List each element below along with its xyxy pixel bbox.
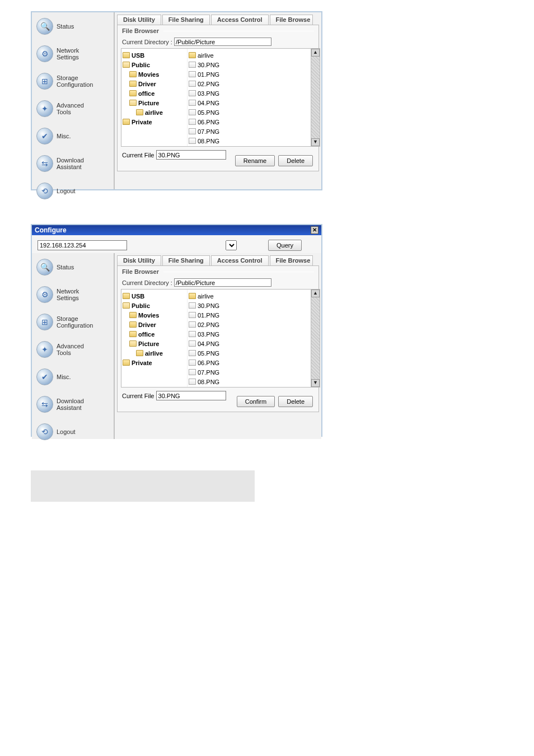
file-item[interactable]: 07.PNG <box>189 367 310 377</box>
file-item-label: 30.PNG <box>198 302 219 309</box>
file-browser: USBPublicMoviesDriverofficePictureairliv… <box>121 48 320 147</box>
sidebar-icon: ⊞ <box>36 73 53 90</box>
close-icon[interactable]: ✕ <box>311 226 318 234</box>
query-button[interactable]: Query <box>268 240 302 251</box>
sidebar-item-logout[interactable]: ⟲Logout <box>32 180 114 202</box>
tree-node[interactable]: Public <box>123 60 186 69</box>
tree-node-label: airlive <box>145 350 163 357</box>
current-file-input[interactable] <box>156 391 226 400</box>
file-item[interactable]: 07.PNG <box>189 127 310 136</box>
file-item-label: 07.PNG <box>198 128 219 135</box>
folder-icon <box>189 52 196 58</box>
sidebar-item-download-assistant[interactable]: ⇆DownloadAssistant <box>32 394 114 415</box>
sidebar-item-misc-[interactable]: ✔Misc. <box>32 125 114 147</box>
file-item[interactable]: 04.PNG <box>189 98 310 108</box>
file-item[interactable]: 01.PNG <box>189 69 310 79</box>
folder-icon <box>136 109 143 115</box>
scroll-thumb[interactable] <box>311 57 320 138</box>
file-item[interactable]: 08.PNG <box>189 377 310 386</box>
file-item[interactable]: 05.PNG <box>189 108 310 117</box>
scroll-thumb[interactable] <box>311 297 320 379</box>
scroll-up-icon[interactable]: ▲ <box>311 290 320 297</box>
scroll-down-icon[interactable]: ▼ <box>311 379 320 387</box>
tree-node[interactable]: office <box>123 88 186 98</box>
tree-node-label: Public <box>132 302 150 309</box>
file-item[interactable]: 05.PNG <box>189 348 310 358</box>
tree-node[interactable]: USB <box>123 291 186 301</box>
confirm-button[interactable]: Confirm <box>237 396 275 407</box>
file-icon <box>189 321 196 328</box>
scrollbar[interactable]: ▲ ▼ <box>311 49 320 146</box>
file-item[interactable]: 04.PNG <box>189 339 310 348</box>
tree-node[interactable]: Picture <box>123 98 186 108</box>
file-item[interactable]: 01.PNG <box>189 310 310 320</box>
tab-file-sharing[interactable]: File Sharing <box>162 255 210 265</box>
tab-file-sharing[interactable]: File Sharing <box>162 15 210 25</box>
file-icon <box>189 71 196 77</box>
address-dropdown[interactable] <box>226 240 237 250</box>
delete-button[interactable]: Delete <box>278 155 313 166</box>
scroll-down-icon[interactable]: ▼ <box>311 138 320 146</box>
file-item[interactable]: airlive <box>189 291 310 301</box>
file-item[interactable]: 03.PNG <box>189 88 310 98</box>
file-item[interactable]: 02.PNG <box>189 79 310 88</box>
file-icon <box>189 90 196 96</box>
file-item[interactable]: 06.PNG <box>189 358 310 367</box>
sidebar-item-label: Status <box>57 23 74 30</box>
tree-node[interactable]: USB <box>123 50 186 60</box>
tree-node[interactable]: Picture <box>123 339 186 348</box>
tree-node[interactable]: Movies <box>123 310 186 320</box>
sidebar-item-network-settings[interactable]: ⚙NetworkSettings <box>32 284 114 305</box>
tab-file-browse[interactable]: File Browse <box>270 15 313 25</box>
address-input[interactable] <box>38 240 127 250</box>
tab-disk-utility[interactable]: Disk Utility <box>117 15 161 25</box>
tree-node[interactable]: Public <box>123 301 186 310</box>
sidebar-item-advanced-tools[interactable]: ✦AdvancedTools <box>32 339 114 360</box>
sidebar-item-label: DownloadAssistant <box>57 398 84 411</box>
sidebar-item-logout[interactable]: ⟲Logout <box>32 421 114 442</box>
file-item[interactable]: airlive <box>189 50 310 60</box>
file-item[interactable]: 30.PNG <box>189 301 310 310</box>
tree-node[interactable]: Private <box>123 117 186 127</box>
tree-node[interactable]: Driver <box>123 79 186 88</box>
sidebar-item-status[interactable]: 🔍Status <box>32 16 114 37</box>
tree-node[interactable]: airlive <box>123 348 186 358</box>
current-dir-input[interactable] <box>174 38 271 46</box>
file-item[interactable]: 02.PNG <box>189 320 310 329</box>
scroll-up-icon[interactable]: ▲ <box>311 49 320 57</box>
sidebar-item-storage-configuration[interactable]: ⊞StorageConfiguration <box>32 71 114 92</box>
sidebar-item-storage-configuration[interactable]: ⊞StorageConfiguration <box>32 311 114 333</box>
tree-node-label: Movies <box>138 312 159 319</box>
delete-button[interactable]: Delete <box>278 396 313 407</box>
tab-file-browse[interactable]: File Browse <box>270 255 313 265</box>
file-item-label: airlive <box>198 52 214 59</box>
file-item[interactable]: 06.PNG <box>189 117 310 127</box>
folder-icon <box>129 340 137 347</box>
sidebar-item-misc-[interactable]: ✔Misc. <box>32 366 114 388</box>
tree-node[interactable]: Private <box>123 358 186 367</box>
rename-button[interactable]: Rename <box>235 155 275 166</box>
sidebar-item-label: NetworkSettings <box>57 288 79 301</box>
tree-node[interactable]: Movies <box>123 69 186 79</box>
scrollbar[interactable]: ▲ ▼ <box>311 290 320 387</box>
current-file-input[interactable] <box>156 150 226 160</box>
sidebar-item-status[interactable]: 🔍Status <box>32 256 114 278</box>
tab-access-control[interactable]: Access Control <box>211 255 269 265</box>
tree-node[interactable]: airlive <box>123 108 186 117</box>
sidebar-item-download-assistant[interactable]: ⇆DownloadAssistant <box>32 153 114 174</box>
tab-disk-utility[interactable]: Disk Utility <box>117 255 161 265</box>
file-item-label: 08.PNG <box>198 138 219 144</box>
tree-node[interactable]: office <box>123 329 186 339</box>
tree-node[interactable]: Driver <box>123 320 186 329</box>
current-dir-input[interactable] <box>174 278 271 287</box>
sidebar-item-network-settings[interactable]: ⚙NetworkSettings <box>32 43 114 64</box>
file-item[interactable]: 08.PNG <box>189 136 310 146</box>
file-icon <box>189 331 196 337</box>
file-item[interactable]: 30.PNG <box>189 60 310 69</box>
tab-access-control[interactable]: Access Control <box>211 15 269 25</box>
file-item-label: 05.PNG <box>198 350 219 357</box>
sidebar-item-label: AdvancedTools <box>57 343 84 356</box>
file-item[interactable]: 03.PNG <box>189 329 310 339</box>
folder-icon <box>123 62 130 68</box>
sidebar-item-advanced-tools[interactable]: ✦AdvancedTools <box>32 98 114 119</box>
